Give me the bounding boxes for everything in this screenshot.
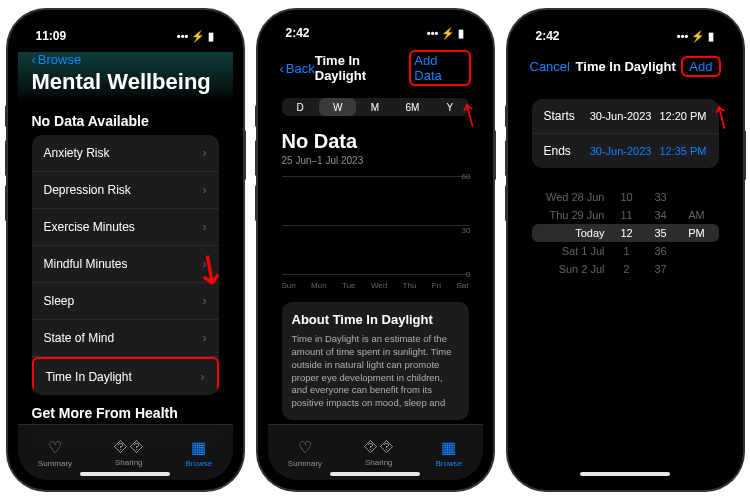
tab-summary[interactable]: ♡Summary: [38, 438, 72, 468]
starts-row[interactable]: Starts 30-Jun-202312:20 PM: [532, 99, 719, 134]
heart-icon: ♡: [48, 438, 62, 457]
list-item[interactable]: Depression Risk›: [32, 172, 219, 209]
y-tick: 60: [462, 172, 471, 181]
seg-w[interactable]: W: [319, 98, 356, 116]
tab-label: Summary: [38, 459, 72, 468]
list-label: Exercise Minutes: [44, 220, 135, 234]
chevron-left-icon: ‹: [32, 52, 36, 67]
starts-label: Starts: [544, 109, 575, 123]
add-button[interactable]: Add: [681, 56, 720, 77]
status-time: 2:42: [286, 26, 310, 40]
list-item[interactable]: State of Mind›: [32, 320, 219, 357]
people-icon: ⯑⯑: [113, 438, 145, 456]
add-data-label: Add Data: [414, 53, 465, 83]
tab-browse[interactable]: ▦Browse: [185, 438, 212, 468]
tab-browse[interactable]: ▦Browse: [435, 438, 462, 468]
ends-date[interactable]: 30-Jun-2023: [590, 145, 652, 157]
nodata-title: No Data: [282, 130, 469, 153]
list-item[interactable]: Sleep›: [32, 283, 219, 320]
data-types-list: Anxiety Risk› Depression Risk› Exercise …: [32, 135, 219, 395]
status-icons: ••• ⚡ ▮: [177, 30, 215, 43]
add-data-button[interactable]: Add Data: [409, 50, 470, 86]
ends-label: Ends: [544, 144, 571, 158]
cancel-button[interactable]: Cancel: [530, 59, 570, 74]
about-title: About Time In Daylight: [292, 312, 459, 327]
tab-label: Browse: [435, 459, 462, 468]
tab-sharing[interactable]: ⯑⯑Sharing: [113, 438, 145, 467]
nav-title: Time In Daylight: [576, 59, 676, 74]
list-label: State of Mind: [44, 331, 115, 345]
chevron-right-icon: ›: [203, 294, 207, 308]
page-title: Mental Wellbeing: [32, 69, 219, 95]
list-label: Depression Risk: [44, 183, 131, 197]
chevron-right-icon: ›: [203, 146, 207, 160]
section-header: Get More From Health: [32, 405, 219, 421]
tab-label: Sharing: [115, 458, 143, 467]
status-icons: ••• ⚡ ▮: [677, 30, 715, 43]
phone-3: 2:42 ••• ⚡ ▮ Cancel Time In Daylight Add…: [508, 10, 743, 490]
date-range: 25 Jun–1 Jul 2023: [282, 155, 469, 166]
seg-m[interactable]: M: [356, 98, 393, 116]
seg-d[interactable]: D: [282, 98, 319, 116]
home-indicator[interactable]: [80, 472, 170, 476]
section-header: No Data Available: [32, 113, 219, 129]
status-icons: ••• ⚡ ▮: [427, 27, 465, 40]
chevron-left-icon: ‹: [280, 61, 284, 76]
back-label: Browse: [38, 52, 81, 67]
about-body: Time in Daylight is an estimate of the a…: [292, 333, 459, 410]
tab-label: Sharing: [365, 458, 393, 467]
x-axis: SunMonTueWedThuFriSat: [282, 281, 469, 290]
ends-row[interactable]: Ends 30-Jun-202312:35 PM: [532, 134, 719, 168]
ends-time[interactable]: 12:35 PM: [659, 145, 706, 157]
y-tick: 30: [462, 226, 471, 235]
tab-label: Summary: [288, 459, 322, 468]
starts-date[interactable]: 30-Jun-2023: [590, 110, 652, 122]
list-label: Mindful Minutes: [44, 257, 128, 271]
chevron-right-icon: ›: [203, 220, 207, 234]
list-label: Sleep: [44, 294, 75, 308]
time-form: Starts 30-Jun-202312:20 PM Ends 30-Jun-2…: [532, 99, 719, 168]
chart-area: 60 30 0: [282, 176, 469, 275]
y-tick: 0: [466, 270, 470, 279]
about-card: About Time In Daylight Time in Daylight …: [282, 302, 469, 420]
tab-label: Browse: [185, 459, 212, 468]
back-button[interactable]: ‹Back: [280, 61, 315, 76]
list-label: Anxiety Risk: [44, 146, 110, 160]
time-range-segment: D W M 6M Y: [282, 98, 469, 116]
home-indicator[interactable]: [580, 472, 670, 476]
add-label: Add: [689, 59, 712, 74]
seg-6m[interactable]: 6M: [394, 98, 431, 116]
list-item[interactable]: Exercise Minutes›: [32, 209, 219, 246]
list-label: Time In Daylight: [46, 370, 132, 384]
starts-time[interactable]: 12:20 PM: [659, 110, 706, 122]
grid-icon: ▦: [441, 438, 456, 457]
chevron-right-icon: ›: [203, 331, 207, 345]
home-indicator[interactable]: [330, 472, 420, 476]
list-item-time-in-daylight[interactable]: Time In Daylight›: [32, 357, 219, 395]
tab-sharing[interactable]: ⯑⯑Sharing: [363, 438, 395, 467]
list-item[interactable]: Anxiety Risk›: [32, 135, 219, 172]
datetime-picker[interactable]: Wed 28 Jun1033 Thu 29 Jun1134AM Today123…: [532, 188, 719, 278]
phone-2: 2:42 ••• ⚡ ▮ ‹Back Time In Daylight Add …: [258, 10, 493, 490]
nav-title: Time In Daylight: [315, 53, 410, 83]
chevron-right-icon: ›: [203, 183, 207, 197]
heart-icon: ♡: [298, 438, 312, 457]
phone-1: 11:09 ••• ⚡ ▮ ‹ Browse Mental Wellbeing …: [8, 10, 243, 490]
picker-selected[interactable]: Today1235PM: [532, 224, 719, 242]
cancel-label: Cancel: [530, 59, 570, 74]
tab-summary[interactable]: ♡Summary: [288, 438, 322, 468]
chevron-right-icon: ›: [201, 370, 205, 384]
back-label: Back: [286, 61, 315, 76]
people-icon: ⯑⯑: [363, 438, 395, 456]
grid-icon: ▦: [191, 438, 206, 457]
status-time: 11:09: [36, 29, 67, 43]
status-time: 2:42: [536, 29, 560, 43]
back-button[interactable]: ‹ Browse: [32, 52, 219, 67]
